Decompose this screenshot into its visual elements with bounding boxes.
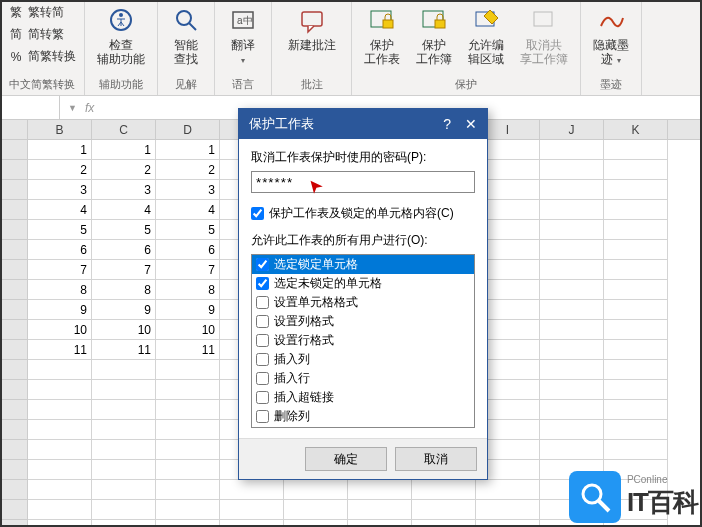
cell[interactable]: 4 [28,200,92,220]
cell[interactable]: 10 [156,320,220,340]
cell[interactable] [348,520,412,527]
cell[interactable] [156,440,220,460]
cell[interactable] [604,320,668,340]
row-header[interactable] [0,180,28,200]
cell[interactable] [540,160,604,180]
checkbox-input[interactable] [256,296,269,309]
row-header[interactable] [0,480,28,500]
cell[interactable] [28,360,92,380]
cell[interactable] [476,500,540,520]
select-all-corner[interactable] [0,120,28,139]
column-header[interactable]: B [28,120,92,139]
hide-ink[interactable]: 隐藏墨迹 ▾ [587,2,635,69]
row-header[interactable] [0,400,28,420]
cell[interactable] [540,280,604,300]
cell[interactable]: 9 [28,300,92,320]
cell[interactable]: 6 [156,240,220,260]
cell[interactable] [156,400,220,420]
cell[interactable] [28,440,92,460]
row-header[interactable] [0,280,28,300]
checkbox-input[interactable] [251,207,264,220]
protect-sheet[interactable]: 保护工作表 [358,2,406,69]
cell[interactable]: 10 [28,320,92,340]
permission-option[interactable]: 设置行格式 [252,331,474,350]
cell[interactable] [156,520,220,527]
cell[interactable] [92,520,156,527]
cell[interactable]: 6 [28,240,92,260]
row-header[interactable] [0,360,28,380]
cell[interactable] [540,400,604,420]
cell[interactable] [92,420,156,440]
cell[interactable] [28,500,92,520]
permission-option[interactable]: 设置单元格格式 [252,293,474,312]
cell[interactable] [540,300,604,320]
checkbox-input[interactable] [256,334,269,347]
column-header[interactable]: K [604,120,668,139]
permission-option[interactable]: 删除行 [252,426,474,428]
checkbox-input[interactable] [256,391,269,404]
cell[interactable] [28,460,92,480]
cell[interactable] [540,360,604,380]
protect-workbook[interactable]: 保护工作簿 [410,2,458,69]
permission-option[interactable]: 插入超链接 [252,388,474,407]
row-header[interactable] [0,140,28,160]
column-header[interactable]: D [156,120,220,139]
row-header[interactable] [0,320,28,340]
cell[interactable]: 3 [156,180,220,200]
cell[interactable] [92,360,156,380]
row-header[interactable] [0,420,28,440]
cell[interactable] [540,260,604,280]
cell[interactable] [284,480,348,500]
simp-to-trad[interactable]: 简简转繁 [6,24,66,45]
permission-option[interactable]: 删除列 [252,407,474,426]
cell[interactable]: 9 [92,300,156,320]
cell[interactable]: 6 [92,240,156,260]
row-header[interactable] [0,160,28,180]
cell[interactable] [92,480,156,500]
cell[interactable] [156,500,220,520]
cell[interactable] [476,480,540,500]
cell[interactable]: 5 [156,220,220,240]
cell[interactable] [540,380,604,400]
cell[interactable] [604,140,668,160]
row-header[interactable] [0,380,28,400]
cell[interactable]: 4 [156,200,220,220]
cell[interactable] [28,400,92,420]
password-input[interactable] [251,171,475,193]
permission-option[interactable]: 设置列格式 [252,312,474,331]
cell[interactable]: 7 [92,260,156,280]
help-icon[interactable]: ? [443,116,451,132]
row-header[interactable] [0,240,28,260]
cell[interactable] [476,520,540,527]
cell[interactable]: 1 [92,140,156,160]
cell[interactable] [28,520,92,527]
cell[interactable]: 11 [156,340,220,360]
row-header[interactable] [0,520,28,527]
cell[interactable]: 1 [28,140,92,160]
row-header[interactable] [0,220,28,240]
cell[interactable] [156,420,220,440]
checkbox-input[interactable] [256,410,269,423]
column-header[interactable]: C [92,120,156,139]
cell[interactable] [604,300,668,320]
trad-to-simp[interactable]: 繁繁转简 [6,2,66,23]
cell[interactable]: 9 [156,300,220,320]
cell[interactable] [92,440,156,460]
name-box[interactable] [0,96,60,119]
allow-edit-ranges[interactable]: 允许编辑区域 [462,2,510,69]
close-icon[interactable]: ✕ [465,116,477,132]
cell[interactable] [540,200,604,220]
row-header[interactable] [0,200,28,220]
cell[interactable] [92,460,156,480]
cell[interactable] [604,200,668,220]
cell[interactable] [92,380,156,400]
row-header[interactable] [0,340,28,360]
row-header[interactable] [0,460,28,480]
cell[interactable] [284,520,348,527]
cell[interactable]: 8 [156,280,220,300]
cell[interactable] [604,420,668,440]
cell[interactable] [604,240,668,260]
cell[interactable] [540,420,604,440]
cell[interactable] [604,440,668,460]
cell[interactable] [540,320,604,340]
